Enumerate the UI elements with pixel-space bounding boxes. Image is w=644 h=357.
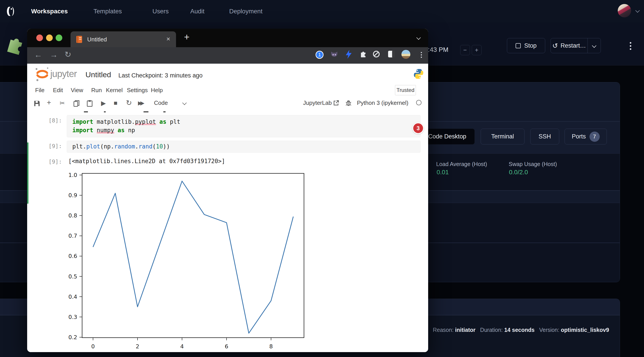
zoom-out-button[interactable]: −	[460, 45, 470, 55]
avatar-chevron-icon[interactable]	[635, 8, 640, 13]
duration-value: 14 seconds	[504, 327, 534, 333]
cat-extension-icon[interactable]	[330, 51, 338, 59]
notebook-favicon	[76, 36, 83, 43]
tab-close-icon[interactable]: ×	[166, 35, 170, 43]
stop-button[interactable]: Stop	[507, 38, 545, 53]
new-tab-button[interactable]: +	[184, 32, 190, 42]
workspace-puzzle-icon	[3, 33, 28, 58]
trusted-button[interactable]: Trusted	[395, 85, 416, 95]
debugger-bug-icon[interactable]	[345, 100, 352, 106]
jupyter-toolbar: + ✂ ▶ ■ ↻ ▶▶ Code JupyterLab Python 3 (i…	[27, 96, 428, 111]
window-close-button[interactable]	[36, 34, 43, 41]
cell8-input[interactable]: import matplotlib.pyplot as plt import n…	[67, 115, 420, 137]
browser-window: Untitled × + ← → ↻ 5555--main--test--mat…	[27, 29, 428, 352]
svg-text:0: 0	[91, 343, 95, 350]
kernel-name[interactable]: Python 3 (ipykernel)	[357, 100, 408, 106]
cell8-prompt: [8]:	[48, 117, 62, 124]
extensions-puzzle-icon[interactable]	[360, 50, 367, 58]
copy-cell-icon[interactable]	[74, 100, 80, 107]
onepassword-extension-icon[interactable]: 1	[316, 51, 324, 59]
add-cell-icon[interactable]: +	[47, 98, 51, 107]
browser-tab[interactable]: Untitled ×	[70, 32, 176, 47]
active-cell-indicator	[27, 142, 28, 204]
nav-item-templates[interactable]: Templates	[94, 0, 122, 22]
svg-text:0.4: 0.4	[68, 294, 77, 300]
interrupt-kernel-icon[interactable]: ■	[114, 100, 118, 106]
svg-text:0.9: 0.9	[68, 192, 77, 198]
reload-button[interactable]: ↻	[64, 50, 71, 59]
tab-search-chevron-icon[interactable]	[416, 36, 421, 40]
kernel-status-icon	[416, 100, 422, 105]
cell9-line: plt.plot(np.random.rand(10))	[72, 143, 170, 150]
svg-text:0.5: 0.5	[68, 273, 77, 280]
forward-button[interactable]: →	[50, 50, 58, 60]
stop-icon	[516, 43, 521, 48]
paste-cell-icon[interactable]	[87, 100, 92, 107]
window-minimize-button[interactable]	[46, 34, 53, 41]
nav-item-workspaces[interactable]: Workspaces	[31, 0, 68, 22]
reason-value: initiator	[455, 327, 476, 333]
browser-toolbar: ← → ↻ 5555--main--test--matifali.atif.cd…	[27, 47, 428, 64]
notification-badge[interactable]: 3	[412, 122, 424, 134]
svg-text:6: 6	[225, 343, 228, 350]
browser-tab-strip: Untitled × +	[27, 29, 428, 47]
checkpoint-status: Last Checkpoint: 3 minutes ago	[118, 72, 202, 79]
notebook-title[interactable]: Untitled	[86, 70, 111, 79]
svg-text:0.3: 0.3	[68, 314, 77, 320]
ssh-button[interactable]: SSH	[530, 129, 559, 144]
version-value: optimistic_liskov9	[561, 327, 609, 333]
cell-type-dropdown[interactable]: Code	[154, 100, 168, 106]
nav-item-audit[interactable]: Audit	[190, 0, 204, 22]
svg-text:0.2: 0.2	[68, 334, 77, 340]
svg-text:0.8: 0.8	[68, 212, 77, 219]
save-icon[interactable]	[34, 100, 40, 106]
avatar[interactable]	[618, 4, 631, 17]
restart-button[interactable]: ↺ Restart…	[550, 38, 601, 53]
profile-avatar-icon[interactable]	[402, 50, 410, 59]
menu-kernel[interactable]: Kernel	[106, 87, 122, 94]
menu-settings[interactable]: Settings	[127, 87, 148, 94]
lightning-extension-icon[interactable]	[345, 50, 352, 59]
duration-label: Duration:	[480, 327, 503, 333]
external-link-icon[interactable]	[333, 100, 339, 106]
clipped-cell-fragment	[104, 111, 106, 112]
clipped-cell-fragment	[84, 111, 88, 112]
ports-button[interactable]: Ports 7	[564, 129, 607, 144]
menu-run[interactable]: Run	[91, 87, 102, 94]
jupyter-brand: jupyter	[50, 68, 77, 79]
swap-usage-value: 0.0/2.0	[509, 169, 528, 176]
sidepanel-extension-icon[interactable]	[388, 50, 395, 58]
cut-cell-icon[interactable]: ✂	[60, 100, 65, 107]
chevron-down-icon	[592, 44, 596, 48]
restart-run-all-icon[interactable]: ▶▶	[138, 100, 143, 106]
restart-kernel-icon[interactable]: ↻	[126, 98, 132, 107]
cell9-input[interactable]: plt.plot(np.random.rand(10))	[67, 141, 420, 153]
jupyterlab-link[interactable]: JupyterLab	[303, 100, 332, 106]
menu-view[interactable]: View	[71, 87, 83, 94]
window-zoom-button[interactable]	[56, 34, 62, 41]
browser-menu-button[interactable]	[421, 51, 422, 59]
cell8-line2: import numpy as np	[72, 127, 135, 134]
nav-item-users[interactable]: Users	[152, 0, 169, 22]
menu-edit[interactable]: Edit	[53, 87, 63, 94]
terminal-button[interactable]: Terminal	[481, 129, 524, 144]
jupyter-logo-icon	[35, 66, 50, 82]
run-cell-icon[interactable]: ▶	[101, 100, 106, 107]
tab-title: Untitled	[87, 36, 107, 43]
jupyter-menubar: File Edit View Run Kernel Settings Help …	[27, 84, 428, 96]
cell8-line1: import matplotlib.pyplot as plt	[72, 118, 180, 125]
back-button[interactable]: ←	[34, 50, 42, 60]
more-options-button[interactable]	[630, 40, 631, 52]
build-meta-row: Reason: initiator Duration: 14 seconds V…	[433, 327, 609, 333]
svg-text:0.7: 0.7	[68, 232, 77, 239]
nav-item-deployment[interactable]: Deployment	[229, 0, 262, 22]
shield-extension-icon[interactable]	[372, 50, 380, 58]
menu-file[interactable]: File	[35, 87, 44, 94]
menu-help[interactable]: Help	[151, 87, 163, 94]
coder-logo-icon[interactable]	[5, 5, 17, 17]
restart-dropdown[interactable]	[588, 38, 600, 53]
svg-text:2: 2	[136, 343, 139, 350]
zoom-in-button[interactable]: +	[472, 45, 482, 55]
cell-type-chevron-icon[interactable]	[182, 100, 187, 105]
output-prompt: [9]:	[48, 158, 62, 165]
